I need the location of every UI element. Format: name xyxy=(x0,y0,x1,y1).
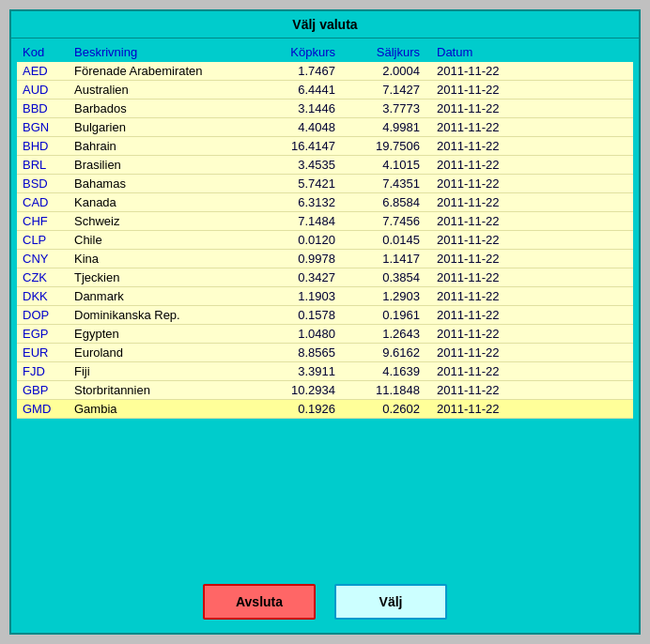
dialog-title: Välj valuta xyxy=(11,11,639,38)
col-kopkurs: Köpkurs xyxy=(256,42,341,62)
currency-dialog: Välj valuta Kod Beskrivning Köpkurs Sälj… xyxy=(9,9,641,635)
cell-kod: CHF xyxy=(17,212,69,231)
cell-kopkurs: 8.8565 xyxy=(256,344,341,362)
cell-beskrivning: Schweiz xyxy=(69,212,256,231)
table-row[interactable]: AUD Australien 6.4441 7.1427 2011-11-22 xyxy=(17,81,633,100)
col-beskrivning: Beskrivning xyxy=(69,42,256,62)
cell-kod: BBD xyxy=(17,100,69,118)
cell-beskrivning: Bahamas xyxy=(69,175,256,193)
table-row[interactable]: GBP Storbritannien 10.2934 11.1848 2011-… xyxy=(17,381,633,400)
cell-kopkurs: 5.7421 xyxy=(256,175,341,193)
cell-kopkurs: 0.3427 xyxy=(256,268,341,287)
cell-kod: GMD xyxy=(17,400,69,419)
cell-datum: 2011-11-22 xyxy=(426,193,633,212)
cell-kod: BHD xyxy=(17,137,69,156)
table-row[interactable]: BHD Bahrain 16.4147 19.7506 2011-11-22 xyxy=(17,137,633,156)
cell-kod: FJD xyxy=(17,362,69,381)
table-row[interactable]: EGP Egypten 1.0480 1.2643 2011-11-22 xyxy=(17,325,633,344)
cell-kod: GBP xyxy=(17,381,69,400)
cell-beskrivning: Storbritannien xyxy=(69,381,256,400)
cell-datum: 2011-11-22 xyxy=(426,306,633,325)
table-row[interactable]: CAD Kanada 6.3132 6.8584 2011-11-22 xyxy=(17,193,633,212)
cell-datum: 2011-11-22 xyxy=(426,175,633,193)
table-row[interactable]: DKK Danmark 1.1903 1.2903 2011-11-22 xyxy=(17,287,633,306)
cell-datum: 2011-11-22 xyxy=(426,137,633,156)
cell-saljkurs: 0.3854 xyxy=(341,268,426,287)
cell-kopkurs: 16.4147 xyxy=(256,137,341,156)
col-datum: Datum xyxy=(426,42,633,62)
cell-kod: EGP xyxy=(17,325,69,344)
table-row[interactable]: CNY Kina 0.9978 1.1417 2011-11-22 xyxy=(17,250,633,268)
cell-saljkurs: 2.0004 xyxy=(341,62,426,81)
cell-saljkurs: 4.1015 xyxy=(341,156,426,175)
cell-kod: BGN xyxy=(17,118,69,137)
cell-beskrivning: Barbados xyxy=(69,100,256,118)
cell-kopkurs: 0.1578 xyxy=(256,306,341,325)
cell-kod: DKK xyxy=(17,287,69,306)
cell-datum: 2011-11-22 xyxy=(426,268,633,287)
cell-datum: 2011-11-22 xyxy=(426,212,633,231)
cell-saljkurs: 4.1639 xyxy=(341,362,426,381)
valj-button[interactable]: Välj xyxy=(334,584,447,620)
cell-saljkurs: 0.2602 xyxy=(341,400,426,419)
cell-saljkurs: 1.2643 xyxy=(341,325,426,344)
cell-beskrivning: Brasilien xyxy=(69,156,256,175)
cell-datum: 2011-11-22 xyxy=(426,156,633,175)
cell-kopkurs: 3.1446 xyxy=(256,100,341,118)
table-row[interactable]: BGN Bulgarien 4.4048 4.9981 2011-11-22 xyxy=(17,118,633,137)
cell-beskrivning: Egypten xyxy=(69,325,256,344)
cell-saljkurs: 0.1961 xyxy=(341,306,426,325)
cell-beskrivning: Danmark xyxy=(69,287,256,306)
avsluta-button[interactable]: Avsluta xyxy=(203,584,316,620)
cell-kopkurs: 3.3911 xyxy=(256,362,341,381)
cell-datum: 2011-11-22 xyxy=(426,400,633,419)
table-row[interactable]: CHF Schweiz 7.1484 7.7456 2011-11-22 xyxy=(17,212,633,231)
cell-datum: 2011-11-22 xyxy=(426,118,633,137)
table-row[interactable]: AED Förenade Arabemiraten 1.7467 2.0004 … xyxy=(17,62,633,81)
table-row[interactable]: EUR Euroland 8.8565 9.6162 2011-11-22 xyxy=(17,344,633,362)
table-row[interactable]: BBD Barbados 3.1446 3.7773 2011-11-22 xyxy=(17,100,633,118)
table-row[interactable]: BSD Bahamas 5.7421 7.4351 2011-11-22 xyxy=(17,175,633,193)
table-row[interactable]: DOP Dominikanska Rep. 0.1578 0.1961 2011… xyxy=(17,306,633,325)
table-row[interactable]: GMD Gambia 0.1926 0.2602 2011-11-22 xyxy=(17,400,633,419)
cell-kod: EUR xyxy=(17,344,69,362)
cell-beskrivning: Dominikanska Rep. xyxy=(69,306,256,325)
col-kod: Kod xyxy=(17,42,69,62)
cell-kod: CAD xyxy=(17,193,69,212)
cell-kopkurs: 0.9978 xyxy=(256,250,341,268)
cell-kod: BRL xyxy=(17,156,69,175)
cell-kopkurs: 6.4441 xyxy=(256,81,341,100)
button-bar: Avsluta Välj xyxy=(11,573,639,633)
cell-kopkurs: 1.1903 xyxy=(256,287,341,306)
cell-beskrivning: Förenade Arabemiraten xyxy=(69,62,256,81)
cell-kod: AUD xyxy=(17,81,69,100)
cell-kopkurs: 6.3132 xyxy=(256,193,341,212)
cell-saljkurs: 1.2903 xyxy=(341,287,426,306)
currency-table: Kod Beskrivning Köpkurs Säljkurs Datum A… xyxy=(17,42,633,419)
cell-datum: 2011-11-22 xyxy=(426,81,633,100)
table-row[interactable]: CZK Tjeckien 0.3427 0.3854 2011-11-22 xyxy=(17,268,633,287)
cell-kod: CNY xyxy=(17,250,69,268)
cell-saljkurs: 1.1417 xyxy=(341,250,426,268)
cell-saljkurs: 6.8584 xyxy=(341,193,426,212)
cell-beskrivning: Chile xyxy=(69,231,256,250)
cell-kod: CZK xyxy=(17,268,69,287)
cell-beskrivning: Tjeckien xyxy=(69,268,256,287)
cell-beskrivning: Bahrain xyxy=(69,137,256,156)
cell-beskrivning: Gambia xyxy=(69,400,256,419)
cell-kopkurs: 1.7467 xyxy=(256,62,341,81)
cell-beskrivning: Fiji xyxy=(69,362,256,381)
cell-beskrivning: Bulgarien xyxy=(69,118,256,137)
cell-kopkurs: 0.1926 xyxy=(256,400,341,419)
cell-saljkurs: 19.7506 xyxy=(341,137,426,156)
table-row[interactable]: CLP Chile 0.0120 0.0145 2011-11-22 xyxy=(17,231,633,250)
cell-beskrivning: Kina xyxy=(69,250,256,268)
cell-kopkurs: 10.2934 xyxy=(256,381,341,400)
cell-beskrivning: Euroland xyxy=(69,344,256,362)
cell-kopkurs: 0.0120 xyxy=(256,231,341,250)
cell-datum: 2011-11-22 xyxy=(426,250,633,268)
table-row[interactable]: BRL Brasilien 3.4535 4.1015 2011-11-22 xyxy=(17,156,633,175)
table-row[interactable]: FJD Fiji 3.3911 4.1639 2011-11-22 xyxy=(17,362,633,381)
table-body[interactable]: AED Förenade Arabemiraten 1.7467 2.0004 … xyxy=(17,62,633,419)
cell-saljkurs: 7.4351 xyxy=(341,175,426,193)
